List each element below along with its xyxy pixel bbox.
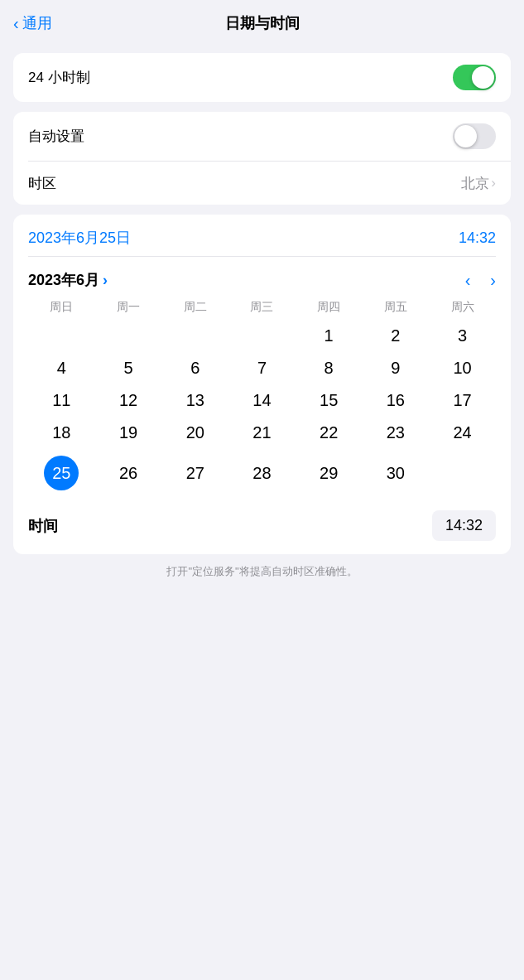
month-title-container[interactable]: 2023年6月 ›	[28, 270, 108, 290]
calendar-day[interactable]: 19	[95, 417, 162, 449]
calendar-grid: 周日 周一 周二 周三 周四 周五 周六 1234567891011121314…	[28, 295, 496, 497]
calendar-day[interactable]: 21	[228, 417, 296, 449]
toggle-knob-auto	[454, 125, 477, 147]
calendar-day[interactable]: 16	[363, 384, 430, 417]
month-expand-icon: ›	[103, 272, 108, 289]
timezone-label: 时区	[28, 174, 56, 193]
calendar-day[interactable]: 29	[296, 449, 363, 497]
calendar-day[interactable]: 2	[363, 320, 430, 352]
month-title-text: 2023年6月	[28, 270, 99, 290]
row-24hour: 24 小时制	[13, 53, 511, 102]
calendar-day[interactable]: 18	[28, 417, 95, 449]
calendar-day[interactable]: 10	[429, 352, 496, 384]
calendar-week-row: 18192021222324	[28, 417, 496, 449]
weekday-sun: 周日	[28, 295, 95, 320]
calendar-day	[429, 449, 496, 497]
hour24-toggle[interactable]	[453, 65, 496, 90]
time-label: 时间	[28, 516, 58, 536]
chevron-left-icon: ‹	[13, 14, 19, 33]
calendar-day[interactable]: 11	[28, 384, 95, 417]
weekday-fri: 周五	[363, 295, 430, 320]
calendar-day[interactable]: 22	[296, 417, 363, 449]
calendar-day[interactable]: 25	[28, 449, 95, 497]
back-button[interactable]: ‹ 通用	[13, 13, 52, 33]
calendar-week-row: 252627282930	[28, 449, 496, 497]
calendar-week-row: 45678910	[28, 352, 496, 384]
calendar-day[interactable]: 3	[429, 320, 496, 352]
row-timezone[interactable]: 时区 北京 ›	[13, 162, 511, 205]
month-nav: ‹ ›	[465, 271, 496, 290]
calendar-day[interactable]: 7	[228, 352, 296, 384]
back-label: 通用	[22, 13, 52, 33]
weekday-mon: 周一	[95, 295, 162, 320]
calendar-day[interactable]: 30	[363, 449, 430, 497]
calendar-day[interactable]: 28	[228, 449, 296, 497]
footer-note: 打开"定位服务"将提高自动时区准确性。	[23, 564, 501, 579]
weekday-wed: 周三	[228, 295, 296, 320]
calendar-day[interactable]: 17	[429, 384, 496, 417]
calendar-week-row: 11121314151617	[28, 384, 496, 417]
page-title: 日期与时间	[225, 13, 300, 33]
calendar-day[interactable]: 12	[95, 384, 162, 417]
calendar-day[interactable]: 23	[363, 417, 430, 449]
weekday-tue: 周二	[161, 295, 228, 320]
section-24hour: 24 小时制	[13, 53, 511, 102]
toggle-knob	[472, 66, 494, 89]
calendar-day[interactable]: 1	[296, 320, 363, 352]
month-header: 2023年6月 › ‹ ›	[28, 262, 496, 295]
calendar-day[interactable]: 13	[161, 384, 228, 417]
calendar-week-row: 123	[28, 320, 496, 352]
section-auto-timezone: 自动设置 时区 北京 ›	[13, 112, 511, 205]
chevron-right-icon: ›	[491, 175, 496, 191]
time-display[interactable]: 14:32	[459, 229, 496, 247]
calendar-day[interactable]: 20	[161, 417, 228, 449]
calendar-day	[161, 320, 228, 352]
today-indicator: 25	[44, 456, 79, 490]
time-value-box[interactable]: 14:32	[432, 510, 496, 541]
calendar-section: 2023年6月25日 14:32 2023年6月 › ‹ › 周日 周一 周二 …	[13, 215, 511, 554]
time-row: 时间 14:32	[28, 500, 496, 543]
calendar-day	[28, 320, 95, 352]
weekday-thu: 周四	[296, 295, 363, 320]
auto-toggle[interactable]	[453, 123, 496, 149]
calendar-day[interactable]: 4	[28, 352, 95, 384]
header: ‹ 通用 日期与时间	[0, 0, 524, 43]
timezone-value-container: 北京 ›	[461, 174, 496, 193]
calendar-day	[228, 320, 296, 352]
next-month-button[interactable]: ›	[490, 271, 496, 290]
time-value: 14:32	[445, 517, 483, 533]
timezone-city: 北京	[461, 174, 489, 193]
calendar-day[interactable]: 9	[363, 352, 430, 384]
hour24-label: 24 小时制	[28, 68, 90, 87]
calendar-day[interactable]: 26	[95, 449, 162, 497]
calendar-day[interactable]: 14	[228, 384, 296, 417]
calendar-day[interactable]: 27	[161, 449, 228, 497]
weekday-sat: 周六	[429, 295, 496, 320]
calendar-day[interactable]: 15	[296, 384, 363, 417]
prev-month-button[interactable]: ‹	[465, 271, 471, 290]
calendar-day[interactable]: 8	[296, 352, 363, 384]
calendar-day[interactable]: 5	[95, 352, 162, 384]
auto-label: 自动设置	[28, 127, 84, 146]
calendar-day[interactable]: 24	[429, 417, 496, 449]
weekday-header-row: 周日 周一 周二 周三 周四 周五 周六	[28, 295, 496, 320]
datetime-display-row: 2023年6月25日 14:32	[28, 215, 496, 257]
calendar-day	[95, 320, 162, 352]
row-auto: 自动设置	[13, 112, 511, 161]
calendar-day[interactable]: 6	[161, 352, 228, 384]
date-display[interactable]: 2023年6月25日	[28, 228, 131, 248]
